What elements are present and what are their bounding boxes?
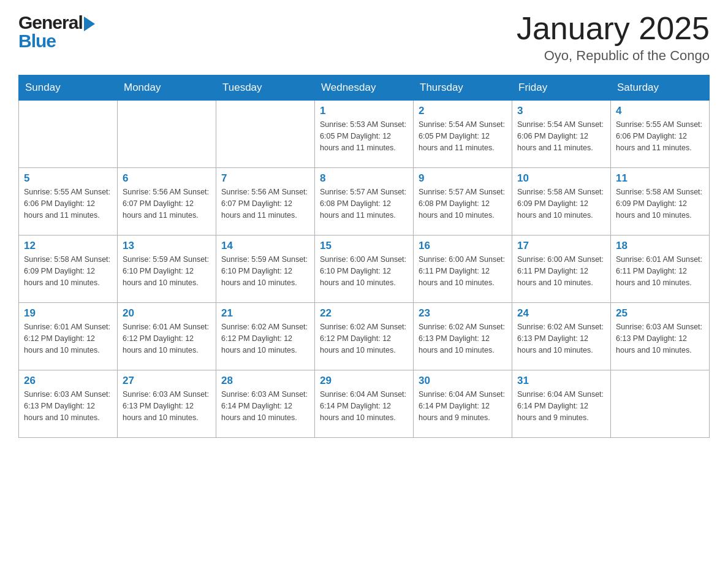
day-info: Sunrise: 6:01 AM Sunset: 6:11 PM Dayligh… <box>616 254 704 288</box>
calendar-header-saturday: Saturday <box>611 75 710 101</box>
day-info: Sunrise: 6:04 AM Sunset: 6:14 PM Dayligh… <box>419 389 507 423</box>
calendar-cell: 28Sunrise: 6:03 AM Sunset: 6:14 PM Dayli… <box>216 370 315 438</box>
day-info: Sunrise: 5:58 AM Sunset: 6:09 PM Dayligh… <box>517 186 605 221</box>
page-header: General Blue January 2025 Oyo, Republic … <box>18 12 710 64</box>
calendar-cell: 27Sunrise: 6:03 AM Sunset: 6:13 PM Dayli… <box>118 370 216 438</box>
calendar-cell <box>118 101 216 168</box>
day-number: 14 <box>221 240 309 252</box>
calendar-cell: 22Sunrise: 6:02 AM Sunset: 6:12 PM Dayli… <box>315 303 414 370</box>
day-info: Sunrise: 5:55 AM Sunset: 6:06 PM Dayligh… <box>24 186 112 221</box>
day-info: Sunrise: 5:58 AM Sunset: 6:09 PM Dayligh… <box>616 186 704 221</box>
page-subtitle: Oyo, Republic of the Congo <box>517 48 710 64</box>
calendar-week-row: 5Sunrise: 5:55 AM Sunset: 6:06 PM Daylig… <box>19 168 710 236</box>
page-title: January 2025 <box>517 12 710 44</box>
logo-arrow-icon <box>84 17 95 31</box>
day-number: 13 <box>123 240 211 252</box>
day-info: Sunrise: 6:01 AM Sunset: 6:12 PM Dayligh… <box>24 321 112 356</box>
day-number: 1 <box>320 105 408 117</box>
day-number: 17 <box>517 240 605 252</box>
day-info: Sunrise: 5:53 AM Sunset: 6:05 PM Dayligh… <box>320 119 408 153</box>
day-number: 28 <box>221 375 309 387</box>
day-number: 21 <box>221 307 309 320</box>
calendar-cell: 3Sunrise: 5:54 AM Sunset: 6:06 PM Daylig… <box>512 101 611 168</box>
day-info: Sunrise: 6:03 AM Sunset: 6:13 PM Dayligh… <box>24 389 112 423</box>
day-info: Sunrise: 6:00 AM Sunset: 6:10 PM Dayligh… <box>320 254 408 288</box>
calendar-cell: 8Sunrise: 5:57 AM Sunset: 6:08 PM Daylig… <box>315 168 414 236</box>
day-info: Sunrise: 6:00 AM Sunset: 6:11 PM Dayligh… <box>419 254 507 288</box>
day-info: Sunrise: 6:03 AM Sunset: 6:13 PM Dayligh… <box>123 389 211 423</box>
calendar-header-sunday: Sunday <box>19 75 118 101</box>
calendar-header-tuesday: Tuesday <box>216 75 315 101</box>
calendar-cell: 31Sunrise: 6:04 AM Sunset: 6:14 PM Dayli… <box>512 370 611 438</box>
calendar-table: SundayMondayTuesdayWednesdayThursdayFrid… <box>18 75 710 438</box>
calendar-cell: 2Sunrise: 5:54 AM Sunset: 6:05 PM Daylig… <box>414 101 512 168</box>
day-number: 22 <box>320 307 408 320</box>
calendar-cell: 23Sunrise: 6:02 AM Sunset: 6:13 PM Dayli… <box>414 303 512 370</box>
calendar-week-row: 1Sunrise: 5:53 AM Sunset: 6:05 PM Daylig… <box>19 101 710 168</box>
calendar-cell <box>19 101 118 168</box>
day-number: 19 <box>24 307 112 320</box>
day-info: Sunrise: 6:04 AM Sunset: 6:14 PM Dayligh… <box>320 389 408 423</box>
calendar-cell: 15Sunrise: 6:00 AM Sunset: 6:10 PM Dayli… <box>315 236 414 303</box>
day-number: 8 <box>320 172 408 185</box>
calendar-cell: 11Sunrise: 5:58 AM Sunset: 6:09 PM Dayli… <box>611 168 710 236</box>
calendar-header-monday: Monday <box>118 75 216 101</box>
day-number: 29 <box>320 375 408 387</box>
day-number: 7 <box>221 172 309 185</box>
day-info: Sunrise: 5:54 AM Sunset: 6:05 PM Dayligh… <box>419 119 507 153</box>
day-info: Sunrise: 6:03 AM Sunset: 6:14 PM Dayligh… <box>221 389 309 423</box>
day-info: Sunrise: 6:02 AM Sunset: 6:12 PM Dayligh… <box>221 321 309 356</box>
day-number: 25 <box>616 307 704 320</box>
calendar-week-row: 19Sunrise: 6:01 AM Sunset: 6:12 PM Dayli… <box>19 303 710 370</box>
day-info: Sunrise: 5:57 AM Sunset: 6:08 PM Dayligh… <box>320 186 408 221</box>
title-block: January 2025 Oyo, Republic of the Congo <box>517 12 710 64</box>
calendar-cell: 10Sunrise: 5:58 AM Sunset: 6:09 PM Dayli… <box>512 168 611 236</box>
day-info: Sunrise: 6:02 AM Sunset: 6:13 PM Dayligh… <box>419 321 507 356</box>
day-number: 16 <box>419 240 507 252</box>
calendar-cell: 20Sunrise: 6:01 AM Sunset: 6:12 PM Dayli… <box>118 303 216 370</box>
day-info: Sunrise: 5:59 AM Sunset: 6:10 PM Dayligh… <box>123 254 211 288</box>
calendar-cell: 24Sunrise: 6:02 AM Sunset: 6:13 PM Dayli… <box>512 303 611 370</box>
calendar-header-row: SundayMondayTuesdayWednesdayThursdayFrid… <box>19 75 710 101</box>
day-number: 30 <box>419 375 507 387</box>
day-number: 11 <box>616 172 704 185</box>
calendar-header-thursday: Thursday <box>414 75 512 101</box>
calendar-cell: 26Sunrise: 6:03 AM Sunset: 6:13 PM Dayli… <box>19 370 118 438</box>
calendar-cell: 7Sunrise: 5:56 AM Sunset: 6:07 PM Daylig… <box>216 168 315 236</box>
day-info: Sunrise: 6:02 AM Sunset: 6:12 PM Dayligh… <box>320 321 408 356</box>
day-number: 10 <box>517 172 605 185</box>
day-info: Sunrise: 6:00 AM Sunset: 6:11 PM Dayligh… <box>517 254 605 288</box>
calendar-cell: 12Sunrise: 5:58 AM Sunset: 6:09 PM Dayli… <box>19 236 118 303</box>
day-info: Sunrise: 5:54 AM Sunset: 6:06 PM Dayligh… <box>517 119 605 153</box>
day-info: Sunrise: 5:56 AM Sunset: 6:07 PM Dayligh… <box>221 186 309 221</box>
logo-blue-text: Blue <box>18 31 56 52</box>
logo: General Blue <box>18 12 95 52</box>
day-info: Sunrise: 6:04 AM Sunset: 6:14 PM Dayligh… <box>517 389 605 423</box>
calendar-cell: 17Sunrise: 6:00 AM Sunset: 6:11 PM Dayli… <box>512 236 611 303</box>
calendar-cell: 21Sunrise: 6:02 AM Sunset: 6:12 PM Dayli… <box>216 303 315 370</box>
day-info: Sunrise: 5:56 AM Sunset: 6:07 PM Dayligh… <box>123 186 211 221</box>
day-number: 23 <box>419 307 507 320</box>
calendar-cell <box>611 370 710 438</box>
day-number: 26 <box>24 375 112 387</box>
day-number: 27 <box>123 375 211 387</box>
logo-general-text: General <box>18 12 83 33</box>
day-number: 24 <box>517 307 605 320</box>
day-number: 20 <box>123 307 211 320</box>
calendar-cell: 16Sunrise: 6:00 AM Sunset: 6:11 PM Dayli… <box>414 236 512 303</box>
calendar-cell <box>216 101 315 168</box>
calendar-cell: 14Sunrise: 5:59 AM Sunset: 6:10 PM Dayli… <box>216 236 315 303</box>
calendar-week-row: 26Sunrise: 6:03 AM Sunset: 6:13 PM Dayli… <box>19 370 710 438</box>
calendar-cell: 19Sunrise: 6:01 AM Sunset: 6:12 PM Dayli… <box>19 303 118 370</box>
calendar-cell: 13Sunrise: 5:59 AM Sunset: 6:10 PM Dayli… <box>118 236 216 303</box>
day-number: 2 <box>419 105 507 117</box>
calendar-cell: 9Sunrise: 5:57 AM Sunset: 6:08 PM Daylig… <box>414 168 512 236</box>
calendar-week-row: 12Sunrise: 5:58 AM Sunset: 6:09 PM Dayli… <box>19 236 710 303</box>
day-info: Sunrise: 6:01 AM Sunset: 6:12 PM Dayligh… <box>123 321 211 356</box>
day-number: 31 <box>517 375 605 387</box>
day-number: 4 <box>616 105 704 117</box>
day-info: Sunrise: 5:57 AM Sunset: 6:08 PM Dayligh… <box>419 186 507 221</box>
day-info: Sunrise: 6:02 AM Sunset: 6:13 PM Dayligh… <box>517 321 605 356</box>
calendar-cell: 25Sunrise: 6:03 AM Sunset: 6:13 PM Dayli… <box>611 303 710 370</box>
calendar-cell: 29Sunrise: 6:04 AM Sunset: 6:14 PM Dayli… <box>315 370 414 438</box>
